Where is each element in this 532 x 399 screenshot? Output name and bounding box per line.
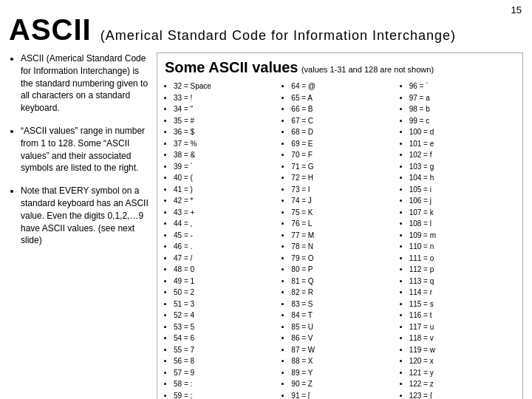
list-item: 96 = `	[409, 81, 515, 92]
list-item: 32 = Space	[174, 81, 279, 92]
bullet-3: Note that EVERY symbol on a standard key…	[21, 185, 149, 247]
list-item: 72 = H	[291, 172, 397, 184]
list-item: 99 = c	[409, 115, 515, 127]
list-item: 42 = *	[174, 195, 279, 207]
list-item: 44 = ,	[174, 218, 279, 230]
list-item: 80 = P	[291, 264, 397, 276]
list-item: 107 = k	[409, 207, 515, 219]
list-item: 105 = i	[409, 184, 515, 196]
ascii-col-2: 64 = @65 = A66 = B67 = C68 = D69 = E70 =…	[282, 81, 397, 399]
list-item: 59 = ;	[174, 390, 279, 400]
ascii-heading: Some ASCII values (values 1-31 and 128 a…	[165, 59, 515, 76]
list-item: 36 = $	[174, 126, 279, 138]
list-item: 33 = !	[174, 92, 279, 104]
list-item: 112 = p	[409, 264, 515, 276]
list-item: 78 = N	[291, 241, 397, 253]
list-item: 39 = `	[174, 161, 279, 173]
list-item: 118 = v	[409, 332, 515, 344]
list-item: 58 = :	[174, 378, 279, 390]
title-bar: ASCII (Americal Standard Code for Inform…	[9, 13, 523, 47]
list-item: 98 = b	[409, 103, 515, 115]
list-item: 87 = W	[291, 344, 397, 356]
list-item: 74 = J	[291, 195, 397, 207]
list-item: 54 = 6	[174, 332, 279, 344]
list-item: 115 = s	[409, 299, 515, 310]
list-item: 104 = h	[409, 172, 515, 184]
list-item: 40 = (	[174, 172, 279, 184]
list-item: 121 = y	[409, 367, 515, 379]
list-item: 67 = C	[291, 115, 397, 127]
list-item: 116 = t	[409, 310, 515, 321]
list-item: 68 = D	[291, 126, 397, 138]
list-item: 81 = Q	[291, 276, 397, 287]
page-number: 15	[511, 4, 522, 16]
list-item: 89 = Y	[291, 367, 397, 379]
list-item: 70 = F	[291, 149, 397, 161]
list-item: 109 = m	[409, 230, 515, 242]
list-item: 85 = U	[291, 321, 397, 333]
list-item: 49 = 1	[174, 276, 279, 287]
list-item: 71 = G	[291, 161, 397, 173]
list-item: 37 = %	[174, 138, 279, 150]
title-large: ASCII	[9, 13, 92, 46]
left-panel: ASCII (Americal Standard Code for Inform…	[9, 52, 149, 257]
ascii-col-1-list: 32 = Space33 = !34 = "35 = #36 = $37 = %…	[165, 81, 279, 399]
list-item: 123 = {	[409, 390, 515, 400]
list-item: 53 = 5	[174, 321, 279, 333]
list-item: 117 = u	[409, 321, 515, 333]
list-item: 48 = 0	[174, 264, 279, 276]
list-item: 114 = r	[409, 287, 515, 299]
list-item: 75 = K	[291, 207, 397, 219]
list-item: 35 = #	[174, 115, 279, 127]
list-item: 65 = A	[291, 92, 397, 104]
list-item: 103 = g	[409, 161, 515, 173]
list-item: 79 = O	[291, 253, 397, 265]
list-item: 83 = S	[291, 299, 397, 310]
ascii-col-3: 96 = `97 = a98 = b99 = c100 = d101 = e10…	[400, 81, 515, 399]
ascii-heading-big: Some ASCII values	[165, 59, 298, 75]
list-item: 108 = l	[409, 218, 515, 230]
list-item: 102 = f	[409, 149, 515, 161]
list-item: 57 = 9	[174, 367, 279, 379]
list-item: 120 = x	[409, 355, 515, 367]
list-item: 34 = "	[174, 103, 279, 115]
list-item: 101 = e	[409, 138, 515, 150]
ascii-columns: 32 = Space33 = !34 = "35 = #36 = $37 = %…	[165, 81, 515, 399]
page-title: ASCII (Americal Standard Code for Inform…	[9, 13, 523, 47]
list-item: 50 = 2	[174, 287, 279, 299]
right-panel: Some ASCII values (values 1-31 and 128 a…	[157, 52, 523, 399]
list-item: 41 = )	[174, 184, 279, 196]
bullet-list: ASCII (Americal Standard Code for Inform…	[9, 52, 149, 247]
ascii-col-1: 32 = Space33 = !34 = "35 = #36 = $37 = %…	[165, 81, 279, 399]
list-item: 73 = I	[291, 184, 397, 196]
list-item: 46 = .	[174, 241, 279, 253]
list-item: 97 = a	[409, 92, 515, 104]
list-item: 45 = -	[174, 230, 279, 242]
list-item: 52 = 4	[174, 310, 279, 321]
list-item: 84 = T	[291, 310, 397, 321]
list-item: 122 = z	[409, 378, 515, 390]
list-item: 119 = w	[409, 344, 515, 356]
list-item: 91 = [	[291, 390, 397, 400]
ascii-col-2-list: 64 = @65 = A66 = B67 = C68 = D69 = E70 =…	[282, 81, 397, 399]
main-content: ASCII (Americal Standard Code for Inform…	[9, 52, 523, 399]
list-item: 66 = B	[291, 103, 397, 115]
list-item: 110 = n	[409, 241, 515, 253]
list-item: 106 = j	[409, 195, 515, 207]
list-item: 64 = @	[291, 81, 397, 92]
list-item: 43 = +	[174, 207, 279, 219]
list-item: 82 = R	[291, 287, 397, 299]
list-item: 55 = 7	[174, 344, 279, 356]
list-item: 111 = o	[409, 253, 515, 265]
ascii-col-3-list: 96 = `97 = a98 = b99 = c100 = d101 = e10…	[400, 81, 515, 399]
bullet-2: “ASCII values” range in number from 1 to…	[21, 125, 149, 174]
list-item: 56 = 8	[174, 355, 279, 367]
list-item: 90 = Z	[291, 378, 397, 390]
list-item: 51 = 3	[174, 299, 279, 310]
ascii-heading-note: (values 1-31 and 128 are not shown)	[301, 65, 434, 74]
list-item: 86 = V	[291, 332, 397, 344]
list-item: 100 = d	[409, 126, 515, 138]
list-item: 113 = q	[409, 276, 515, 287]
list-item: 88 = X	[291, 355, 397, 367]
bullet-1: ASCII (Americal Standard Code for Inform…	[21, 52, 149, 115]
